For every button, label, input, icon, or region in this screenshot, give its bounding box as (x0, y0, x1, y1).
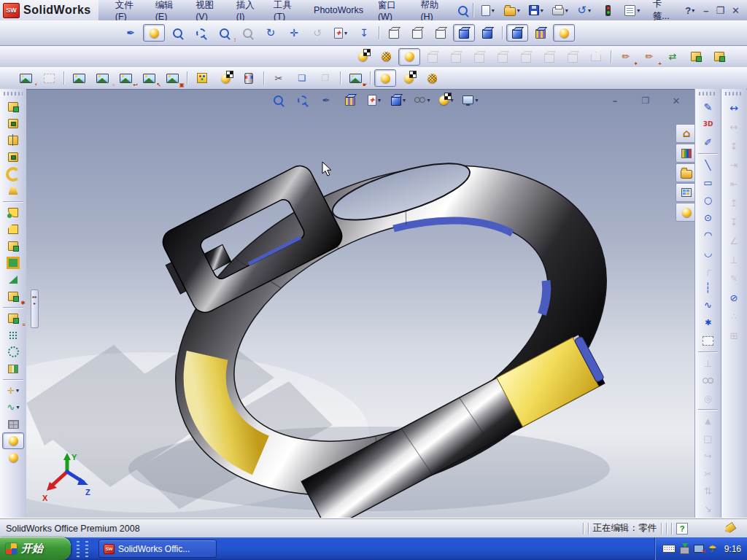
close-button[interactable]: ✕ (732, 5, 740, 16)
network-disconnected-icon[interactable] (694, 545, 704, 553)
convert-entities-icon[interactable]: □ (697, 429, 719, 447)
circular-pattern-icon[interactable] (2, 343, 24, 360)
scene-editor-icon[interactable] (191, 69, 213, 87)
tangent-arc-icon[interactable]: ◠ (697, 226, 719, 244)
rib-icon[interactable] (2, 238, 24, 254)
sketch-fillet-icon[interactable]: ╭ (697, 262, 719, 279)
grid-icon[interactable]: ⊞ (723, 326, 745, 345)
add-relation-icon[interactable]: ⊥ (697, 354, 719, 372)
section-view-icon[interactable]: ▾ (330, 24, 352, 42)
render-preview-icon[interactable] (398, 48, 420, 66)
material-ball-icon[interactable] (2, 449, 24, 466)
open-image-icon[interactable] (68, 69, 90, 87)
shaded-with-edges-icon[interactable] (453, 24, 475, 42)
three-point-arc-icon[interactable]: ◡ (697, 244, 719, 262)
instant3d-icon[interactable] (2, 416, 24, 432)
previous-image-icon[interactable]: ↩ (115, 69, 136, 87)
revolved-boss-icon[interactable] (2, 132, 24, 149)
sketch-picture-icon[interactable]: ✎ (723, 269, 745, 288)
taskbar-task-button[interactable]: SW SolidWorks Offic... (98, 540, 217, 558)
zoom-to-selection-icon[interactable] (236, 24, 258, 42)
vertical-ordinate-icon[interactable]: ↧ (723, 212, 745, 231)
copy-colors-icon[interactable]: ❏ (291, 69, 313, 87)
hud-wand-icon[interactable]: ✒ (316, 92, 336, 108)
select-box-icon[interactable] (697, 332, 719, 349)
minimize-button[interactable]: – (703, 5, 708, 16)
save-image-icon[interactable]: ▣ (161, 69, 183, 87)
lofted-boss-icon[interactable] (2, 182, 24, 199)
horizontal-dimension-icon[interactable]: ↔ (723, 117, 745, 136)
render-icon[interactable] (352, 48, 374, 66)
edit-decal-icon[interactable]: ✏+ (638, 48, 660, 66)
hole-wizard-icon[interactable]: ✱ (2, 288, 24, 305)
photoworks-region-icon[interactable] (421, 69, 443, 87)
horizontal-ordinate-icon[interactable]: ↥ (723, 193, 745, 212)
revolved-cut-icon[interactable] (2, 149, 24, 166)
photoworks-ball-icon[interactable] (374, 69, 396, 87)
hud-section-view-icon[interactable]: ▾ (364, 92, 384, 108)
centerline-icon[interactable]: ┆ (697, 279, 719, 297)
restore-button[interactable]: ❐ (716, 5, 724, 16)
draft-icon[interactable] (2, 271, 24, 288)
copy-appearance-icon[interactable] (685, 48, 707, 66)
quick-launch-handle[interactable] (85, 541, 88, 557)
input-method-keyboard-icon[interactable] (662, 545, 676, 553)
wrap-icon[interactable]: ≈ (2, 310, 24, 327)
hidden-lines-removed-icon[interactable] (430, 24, 452, 42)
hud-zoom-fit-icon[interactable] (268, 92, 288, 108)
select-image-area-icon[interactable]: ▫ (91, 69, 113, 87)
image-editor-icon[interactable]: ☛ (344, 69, 366, 87)
doc-restore-icon[interactable]: ❐ (635, 93, 656, 109)
curves-icon[interactable]: ∿▾ (2, 399, 24, 416)
new-decal-icon[interactable]: ✏✦ (615, 48, 637, 66)
photoworks-option-5-icon[interactable] (515, 48, 537, 66)
antivirus-umbrella-icon[interactable]: ☂ (708, 544, 717, 553)
zoom-to-fit-icon[interactable] (166, 24, 188, 42)
ellipse-icon[interactable]: ⊘ (723, 288, 745, 307)
quick-snaps-icon[interactable]: ◎ (697, 389, 719, 407)
extruded-cut-icon[interactable] (2, 115, 24, 132)
shadows-in-shaded-mode-icon[interactable] (506, 24, 528, 42)
hud-texture-icon[interactable] (340, 92, 360, 108)
open-icon[interactable]: ▾ (501, 1, 523, 19)
vertical-dimension-icon[interactable]: ↕ (723, 136, 745, 155)
mirror-entities-icon[interactable]: ▲ (697, 412, 719, 429)
rectangle-icon[interactable]: ▭ (697, 174, 719, 191)
appearance-hierarchy-icon[interactable]: ⇄ (662, 48, 684, 66)
hud-appearance-icon[interactable]: ▾ (436, 92, 457, 108)
photoworks-option-1-icon[interactable] (422, 48, 444, 66)
undo-icon[interactable]: ↺▾ (573, 1, 595, 19)
move-entities-icon[interactable]: ↘ (697, 500, 719, 518)
centerpoint-arc-icon[interactable]: ⊙ (697, 209, 719, 226)
circle-icon[interactable]: ○ (697, 191, 719, 209)
offset-entities-icon[interactable]: ↪ (697, 447, 719, 464)
spline-icon[interactable]: ∿ (697, 297, 719, 314)
point-icon[interactable]: ✱ (697, 314, 719, 332)
render-frame-icon[interactable] (38, 69, 60, 87)
zoom-to-area-icon[interactable] (190, 24, 212, 42)
quick-launch-handle[interactable] (77, 541, 80, 557)
photoworks-option-8-icon[interactable] (585, 48, 607, 66)
realview-ball-icon[interactable] (143, 24, 165, 42)
hud-view-orientation-icon[interactable]: ▾ (388, 92, 409, 108)
photoworks-option-7-icon[interactable] (562, 48, 584, 66)
hud-display-style-icon[interactable]: ▾ (412, 92, 433, 108)
options-icon[interactable]: ▾ (622, 1, 643, 19)
shaded-icon[interactable] (476, 24, 498, 42)
realview-graphics-icon[interactable] (553, 24, 575, 42)
sketch-icon[interactable]: ✎ (697, 98, 719, 116)
pan-icon[interactable]: ✛ (283, 24, 305, 42)
hud-zoom-area-icon[interactable] (292, 92, 312, 108)
rotate-view-icon[interactable]: ↻ (260, 24, 282, 42)
feature-manager-splitter-tab[interactable]: ▸▸▸ (31, 289, 39, 328)
start-button[interactable]: 开始 (0, 537, 71, 560)
photoworks-option-6-icon[interactable] (538, 48, 560, 66)
smart-dimension-icon[interactable]: ↔ (723, 98, 745, 117)
photoworks-option-3-icon[interactable] (468, 48, 490, 66)
tag-icon[interactable] (723, 522, 737, 535)
fillet-icon[interactable] (2, 204, 24, 221)
display-relations-icon[interactable] (697, 372, 719, 389)
trim-entities-icon[interactable]: ✂ (697, 465, 719, 483)
paste-appearance-icon[interactable] (708, 48, 730, 66)
align-relation-icon[interactable]: ⊥ (723, 250, 745, 269)
